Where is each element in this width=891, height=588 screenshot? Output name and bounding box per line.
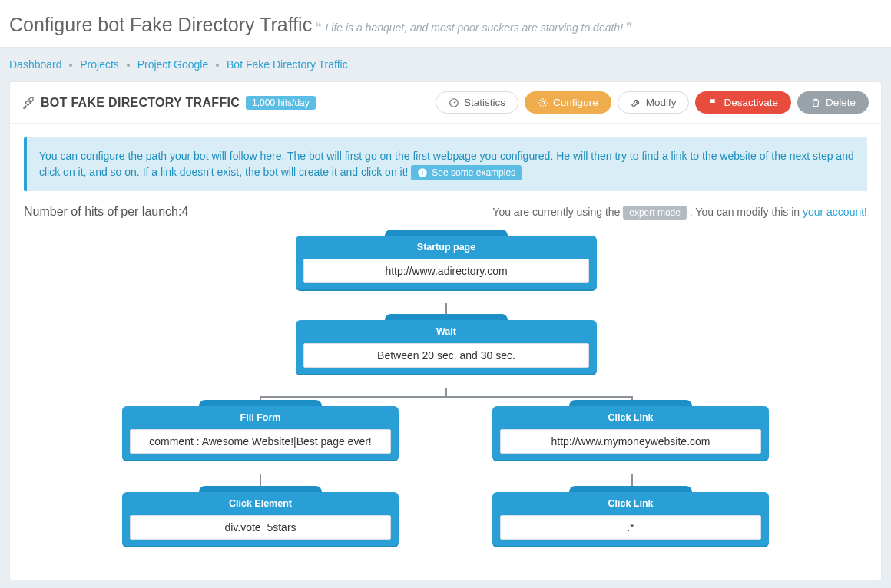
node-wait[interactable]: Wait Between 20 sec. and 30 sec. — [296, 320, 597, 375]
node-wait-value[interactable]: Between 20 sec. and 30 sec. — [303, 343, 589, 368]
breadcrumb: Dashboard Projects Project Google Bot Fa… — [0, 48, 891, 81]
node-fill-form[interactable]: Fill Form comment : Awesome Website!|Bes… — [122, 406, 399, 461]
mode-exclaim: ! — [864, 206, 867, 218]
mode-prefix: You are currently using the — [492, 206, 623, 218]
breadcrumb-bot[interactable]: Bot Fake Directory Traffic — [227, 58, 348, 71]
node-clicklink1-value[interactable]: http://www.mymoneywebsite.com — [500, 429, 761, 454]
breadcrumb-dashboard[interactable]: Dashboard — [9, 58, 62, 71]
node-startup-title: Startup page — [303, 239, 589, 259]
quote-left-icon: ❝ — [315, 21, 325, 34]
modify-button[interactable]: Modify — [618, 91, 690, 114]
quote-right-icon: ❞ — [626, 21, 633, 34]
svg-rect-5 — [422, 170, 423, 171]
see-examples-button[interactable]: See some examples — [411, 165, 522, 180]
node-fillform-value[interactable]: comment : Awesome Website!|Best page eve… — [130, 429, 391, 454]
breadcrumb-sep — [69, 64, 72, 67]
svg-rect-4 — [422, 172, 423, 175]
panel-header: BOT FAKE DIRECTORY TRAFFIC 1,000 hits/da… — [10, 82, 881, 124]
deactivate-label: Desactivate — [724, 97, 778, 108]
configure-panel: BOT FAKE DIRECTORY TRAFFIC 1,000 hits/da… — [9, 81, 882, 580]
node-startup[interactable]: Startup page http://www.adirectory.com — [296, 236, 597, 291]
panel-name: BOT FAKE DIRECTORY TRAFFIC — [41, 96, 240, 110]
trash-icon — [810, 97, 821, 108]
node-fillform-title: Fill Form — [130, 409, 391, 429]
statistics-button[interactable]: Statistics — [436, 91, 518, 114]
page-title-bar: Configure bot Fake Directory Traffic ❝ L… — [0, 0, 891, 48]
hits-value: 4 — [181, 205, 188, 218]
node-tab — [199, 486, 322, 492]
node-wait-title: Wait — [303, 323, 589, 343]
svg-point-2 — [542, 101, 545, 104]
node-clicklink1-title: Click Link — [500, 409, 761, 429]
breadcrumb-project-google[interactable]: Project Google — [137, 58, 209, 71]
mode-suffix: . You can modify this in — [690, 206, 803, 218]
your-account-link[interactable]: your account — [803, 206, 864, 218]
flow-connector — [260, 396, 633, 398]
modify-label: Modify — [646, 97, 677, 108]
delete-label: Delete — [826, 97, 856, 108]
hits-label: Number of hits of per launch: — [24, 205, 181, 218]
panel-actions: Statistics Configure Modify Desactivate … — [436, 91, 869, 114]
see-examples-label: See some examples — [432, 166, 515, 180]
tagline: Life is a banquet, and most poor suckers… — [325, 21, 623, 34]
node-clicklink2-title: Click Link — [500, 495, 761, 515]
breadcrumb-sep — [127, 64, 130, 67]
configure-button[interactable]: Configure — [525, 91, 611, 114]
node-clicklink2-value[interactable]: .* — [500, 515, 761, 540]
flow-diagram: Startup page http://www.adirectory.com W… — [24, 228, 867, 566]
mode-chip: expert mode — [623, 206, 687, 220]
meta-row: Number of hits of per launch:4 You are c… — [24, 205, 867, 219]
breadcrumb-projects[interactable]: Projects — [80, 58, 119, 71]
node-startup-value[interactable]: http://www.adirectory.com — [303, 259, 589, 283]
rate-badge: 1,000 hits/day — [246, 96, 316, 110]
statistics-label: Statistics — [464, 97, 505, 108]
info-box: You can configure the path your bot will… — [24, 137, 867, 191]
node-clickel-value[interactable]: div.vote_5stars — [130, 515, 391, 540]
page-title: Configure bot Fake Directory Traffic — [9, 14, 312, 35]
panel-body: You can configure the path your bot will… — [10, 124, 881, 580]
info-icon — [417, 167, 428, 178]
hits-per-launch: Number of hits of per launch:4 — [24, 205, 188, 219]
node-tab — [385, 230, 508, 236]
gear-icon — [538, 97, 548, 108]
mode-info: You are currently using the expert mode … — [492, 206, 867, 218]
flag-icon — [708, 97, 719, 108]
delete-button[interactable]: Delete — [797, 91, 869, 114]
node-tab — [385, 314, 508, 320]
wrench-icon — [631, 97, 641, 108]
deactivate-button[interactable]: Desactivate — [695, 91, 791, 114]
node-click-element[interactable]: Click Element div.vote_5stars — [122, 492, 399, 547]
node-tab — [569, 400, 692, 406]
rocket-icon — [22, 97, 35, 109]
node-tab — [199, 400, 322, 406]
svg-point-0 — [29, 101, 31, 102]
dashboard-icon — [449, 97, 459, 108]
node-click-link-2[interactable]: Click Link .* — [492, 492, 769, 547]
node-click-link-1[interactable]: Click Link http://www.mymoneywebsite.com — [492, 406, 769, 461]
node-clickel-title: Click Element — [130, 495, 391, 515]
configure-label: Configure — [553, 97, 598, 108]
node-tab — [569, 486, 692, 492]
breadcrumb-sep — [216, 64, 219, 67]
